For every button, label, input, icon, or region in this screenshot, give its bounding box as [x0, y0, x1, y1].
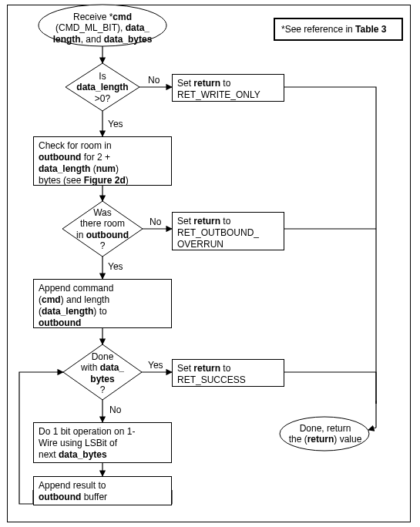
note-reference: *See reference in Table 3 [274, 18, 403, 41]
svg-line-11 [368, 428, 376, 430]
d3-yes-label: Yes [148, 360, 163, 371]
process-ret-outbound-overrun: Set return to RET_OUTBOUND_ OVERRUN [172, 212, 284, 250]
flowchart-root: { "note": { "prefix": "*See reference in… [0, 0, 420, 527]
note-bold: Table 3 [355, 24, 386, 35]
process-ret-write-only: Set return to RET_WRITE_ONLY [172, 74, 284, 102]
d1-text: Is data_length >0? [71, 71, 134, 104]
process-do-1bit: Do 1 bit operation on 1- Wire using LSBi… [33, 422, 172, 463]
start-text: Receive *cmd (CMD_ML_BIT), data_ length,… [42, 12, 163, 45]
process-append-cmd-len: Append command (cmd) and length (data_le… [33, 279, 172, 328]
d3-text: Done with data_ bytes ? [76, 351, 129, 396]
end-text: Done, return the (return) value [285, 423, 365, 445]
process-check-room: Check for room in outbound for 2 + data_… [33, 136, 172, 186]
d1-yes-label: Yes [108, 119, 123, 129]
d2-text: Was there room in outbound ? [69, 207, 136, 252]
process-ret-success: Set return to RET_SUCCESS [172, 359, 284, 387]
d1-no-label: No [148, 75, 160, 86]
note-text: *See reference in [281, 24, 355, 35]
process-append-result: Append result to outbound buffer [33, 476, 172, 505]
d2-yes-label: Yes [108, 261, 123, 272]
d2-no-label: No [150, 217, 161, 227]
d3-no-label: No [109, 404, 121, 415]
